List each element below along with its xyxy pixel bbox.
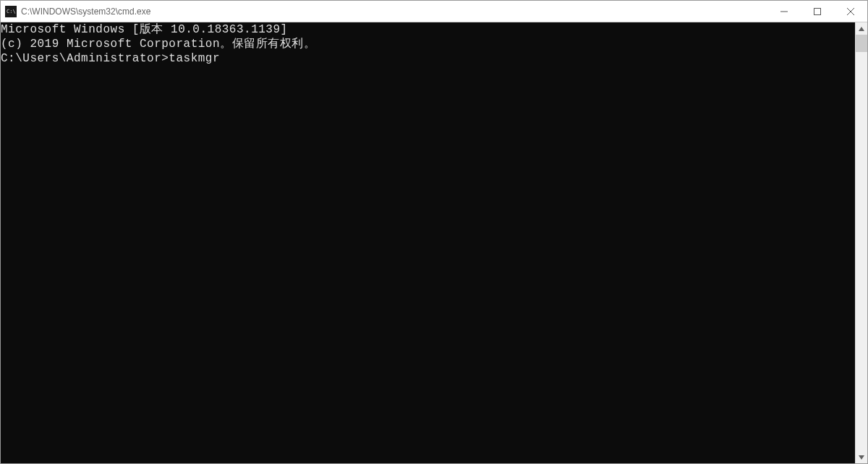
title-left: C:\ C:\WINDOWS\system32\cmd.exe [1,6,150,17]
maximize-button[interactable] [801,1,834,22]
terminal-prompt: C:\Users\Administrator> [1,52,169,65]
cmd-window: C:\ C:\WINDOWS\system32\cmd.exe [0,0,868,464]
svg-text:C:\: C:\ [7,9,16,14]
scroll-down-arrow-icon[interactable] [856,451,867,463]
cmd-icon: C:\ [5,6,17,17]
svg-marker-6 [859,27,864,31]
svg-marker-7 [859,455,864,460]
close-button[interactable] [834,1,867,22]
minimize-button[interactable] [767,1,801,22]
terminal-prompt-line: C:\Users\Administrator>taskmgr [1,51,855,66]
vertical-scrollbar[interactable] [855,22,867,463]
scroll-up-arrow-icon[interactable] [856,22,867,35]
content-wrapper: Microsoft Windows [版本 10.0.18363.1139](c… [1,22,867,463]
terminal-line-copyright: (c) 2019 Microsoft Corporation。保留所有权利。 [1,37,855,51]
terminal-line-version: Microsoft Windows [版本 10.0.18363.1139] [1,22,855,37]
title-controls [767,1,867,22]
window-title: C:\WINDOWS\system32\cmd.exe [21,7,150,17]
scroll-thumb[interactable] [856,35,867,52]
terminal-command: taskmgr [169,52,220,65]
title-bar: C:\ C:\WINDOWS\system32\cmd.exe [1,1,867,22]
scroll-track[interactable] [856,35,867,451]
terminal-area[interactable]: Microsoft Windows [版本 10.0.18363.1139](c… [1,22,855,463]
svg-rect-3 [814,8,821,14]
